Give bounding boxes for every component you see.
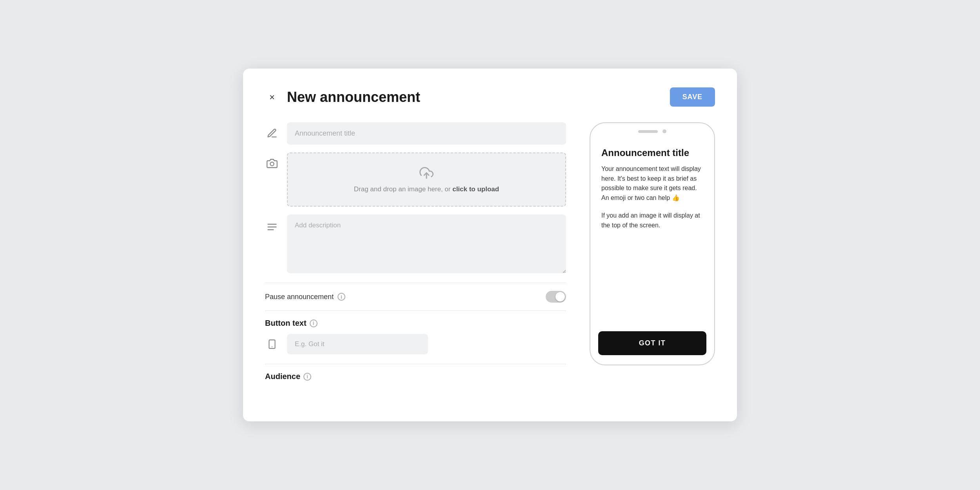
audience-section: Audience i — [265, 364, 566, 387]
button-text-input[interactable] — [287, 334, 428, 354]
modal-header-left: × New announcement — [265, 89, 420, 105]
phone-preview: Announcement title Your announcement tex… — [590, 122, 715, 387]
description-icon — [265, 220, 279, 234]
audience-info-icon[interactable]: i — [303, 373, 311, 381]
image-upload-row: Drag and drop an image here, or click to… — [265, 152, 566, 207]
phone-announcement-body: Your announcement text will display here… — [601, 164, 703, 203]
title-row — [265, 122, 566, 145]
upload-text: Drag and drop an image here, or click to… — [354, 185, 499, 193]
phone-announcement-title: Announcement title — [601, 147, 703, 159]
audience-label: Audience i — [265, 372, 566, 381]
phone-camera — [662, 129, 666, 133]
button-text-label: Button text i — [265, 319, 566, 328]
upload-icon — [419, 166, 434, 181]
svg-point-0 — [270, 162, 274, 166]
image-upload-area[interactable]: Drag and drop an image here, or click to… — [287, 152, 566, 207]
announcement-title-input[interactable] — [287, 122, 566, 145]
modal-title: New announcement — [287, 89, 420, 105]
pause-row: Pause announcement i — [265, 283, 566, 310]
close-button[interactable]: × — [265, 90, 279, 104]
pause-toggle[interactable] — [546, 291, 566, 303]
pause-label: Pause announcement i — [265, 293, 345, 301]
new-announcement-modal: × New announcement SAVE — [243, 69, 737, 421]
modal-header: × New announcement SAVE — [265, 87, 715, 107]
button-text-info-icon[interactable]: i — [310, 319, 318, 327]
form-section: Drag and drop an image here, or click to… — [265, 122, 566, 387]
phone-cta-button[interactable]: GOT IT — [598, 331, 706, 355]
button-text-row — [265, 334, 566, 354]
pencil-icon — [265, 126, 279, 140]
modal-body: Drag and drop an image here, or click to… — [265, 122, 715, 387]
description-textarea[interactable] — [287, 214, 566, 273]
phone-top-bar — [590, 123, 714, 138]
save-button[interactable]: SAVE — [670, 87, 715, 107]
phone-frame: Announcement title Your announcement tex… — [590, 122, 715, 365]
description-row — [265, 214, 566, 273]
pause-info-icon[interactable]: i — [338, 293, 345, 301]
phone-speaker — [638, 130, 658, 133]
phone-image-note: If you add an image it will display at t… — [601, 211, 703, 230]
button-text-section: Button text i — [265, 310, 566, 361]
mobile-icon — [265, 337, 279, 351]
camera-icon — [265, 156, 279, 171]
phone-content: Announcement title Your announcement tex… — [590, 138, 714, 238]
phone-button-area: GOT IT — [590, 331, 714, 365]
